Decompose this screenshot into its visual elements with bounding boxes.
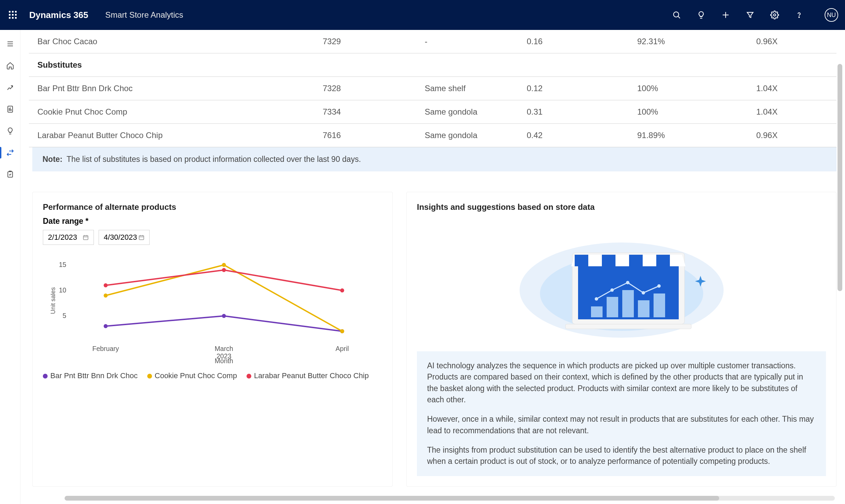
svg-text:April: April: [336, 345, 349, 352]
cell-name: Larabar Peanut Butter Choco Chip: [29, 124, 318, 147]
nav-insights[interactable]: [4, 125, 16, 137]
substitutes-table: Bar Choc Cacao 7329 - 0.16 92.31% 0.96X …: [29, 30, 836, 147]
svg-text:Month: Month: [215, 357, 233, 365]
left-nav-rail: [0, 30, 20, 504]
section-label: Substitutes: [29, 53, 836, 77]
global-header: Dynamics 365 Smart Store Analytics NU: [0, 0, 845, 30]
svg-point-55: [610, 288, 614, 292]
line-chart[interactable]: 51015Unit salesFebruaryMarchApril2023Mon…: [49, 253, 382, 365]
cell-val: 0.42: [522, 124, 632, 147]
nav-tasks[interactable]: [4, 169, 16, 180]
cell-id: 7334: [318, 100, 420, 124]
cell-loc: Same gondola: [420, 124, 522, 147]
chart-legend: Bar Pnt Bttr Bnn Drk Choc Cookie Pnut Ch…: [43, 371, 382, 380]
lightbulb-icon[interactable]: [696, 10, 706, 20]
app-launcher-button[interactable]: [7, 9, 19, 21]
svg-rect-14: [83, 236, 88, 240]
nav-analytics[interactable]: [4, 82, 16, 93]
insights-p1: AI technology analyzes the sequence in w…: [427, 360, 816, 405]
note-label: Note:: [43, 155, 63, 164]
insights-p2: However, once in a while, similar contex…: [427, 414, 816, 436]
date-end-input[interactable]: 4/30/2023: [99, 230, 150, 245]
page-name: Smart Store Analytics: [105, 10, 183, 20]
insights-text: AI technology analyzes the sequence in w…: [417, 351, 826, 476]
table-row[interactable]: Cookie Pnut Choc Comp 7334 Same gondola …: [29, 100, 836, 124]
svg-text:Unit sales: Unit sales: [50, 287, 56, 314]
svg-point-56: [626, 281, 629, 284]
svg-rect-49: [591, 306, 603, 317]
waffle-icon: [9, 11, 17, 19]
search-icon[interactable]: [672, 10, 682, 20]
nav-substitution[interactable]: [4, 147, 16, 158]
svg-point-57: [642, 291, 645, 295]
cell-pct: 92.31%: [632, 30, 751, 53]
svg-text:March: March: [215, 345, 233, 352]
cell-id: 7328: [318, 77, 420, 100]
svg-point-32: [222, 314, 226, 318]
date-range-inputs: 2/1/2023 4/30/2023: [43, 230, 382, 245]
cell-loc: Same gondola: [420, 100, 522, 124]
table-row[interactable]: Larabar Peanut Butter Choco Chip 7616 Sa…: [29, 124, 836, 147]
vertical-scrollbar[interactable]: [838, 64, 842, 477]
user-avatar[interactable]: NU: [825, 8, 838, 22]
horizontal-scrollbar[interactable]: [65, 496, 835, 501]
insights-title: Insights and suggestions based on store …: [417, 202, 826, 212]
chart-title: Performance of alternate products: [43, 202, 382, 212]
svg-point-4: [774, 14, 776, 16]
settings-icon[interactable]: [770, 10, 780, 20]
nav-home[interactable]: [4, 60, 16, 71]
cell-val: 0.31: [522, 100, 632, 124]
insights-illustration: [417, 222, 826, 338]
svg-point-5: [799, 17, 799, 17]
table-row[interactable]: Bar Pnt Bttr Bnn Drk Choc 7328 Same shel…: [29, 77, 836, 100]
svg-point-54: [595, 297, 598, 301]
svg-point-37: [104, 283, 108, 287]
main-content: Bar Choc Cacao 7329 - 0.16 92.31% 0.96X …: [20, 30, 845, 504]
help-icon[interactable]: [794, 10, 804, 20]
svg-rect-50: [607, 297, 618, 317]
cell-loc: -: [420, 30, 522, 53]
date-range-label: Date range *: [43, 217, 382, 226]
table-row[interactable]: Bar Choc Cacao 7329 - 0.16 92.31% 0.96X: [29, 30, 836, 53]
performance-chart-card: Performance of alternate products Date r…: [32, 192, 393, 487]
legend-item: Bar Pnt Bttr Bnn Drk Choc: [43, 371, 138, 380]
svg-point-58: [657, 284, 661, 288]
add-icon[interactable]: [721, 10, 731, 20]
insights-p3: The insights from product substitution c…: [427, 444, 816, 467]
svg-rect-53: [654, 293, 665, 317]
svg-point-36: [340, 329, 344, 333]
nav-reports[interactable]: [4, 103, 16, 115]
svg-point-39: [340, 288, 344, 292]
cell-mult: 1.04X: [751, 77, 836, 100]
svg-text:5: 5: [63, 312, 66, 319]
date-start-value: 2/1/2023: [48, 233, 77, 242]
svg-rect-46: [602, 255, 615, 266]
svg-point-31: [104, 324, 108, 328]
cell-mult: 0.96X: [751, 124, 836, 147]
table-section-header: Substitutes: [29, 53, 836, 77]
cell-val: 0.16: [522, 30, 632, 53]
svg-rect-47: [629, 255, 643, 266]
svg-point-0: [674, 12, 679, 17]
svg-rect-52: [638, 300, 649, 317]
avatar-initials: NU: [827, 12, 836, 19]
cell-pct: 100%: [632, 77, 751, 100]
svg-point-35: [222, 263, 226, 267]
svg-text:15: 15: [59, 261, 66, 268]
date-start-input[interactable]: 2/1/2023: [43, 230, 94, 245]
brand-label: Dynamics 365: [29, 10, 88, 20]
cell-pct: 100%: [632, 100, 751, 124]
svg-point-34: [104, 293, 108, 298]
calendar-icon: [138, 234, 145, 240]
cell-id: 7616: [318, 124, 420, 147]
cell-mult: 1.04X: [751, 100, 836, 124]
cell-loc: Same shelf: [420, 77, 522, 100]
calendar-icon: [83, 234, 89, 240]
cell-val: 0.12: [522, 77, 632, 100]
header-actions: NU: [672, 8, 838, 22]
filter-icon[interactable]: [745, 10, 755, 20]
menu-toggle-button[interactable]: [4, 38, 16, 50]
lower-section: Performance of alternate products Date r…: [32, 192, 836, 487]
cell-name: Bar Pnt Bttr Bnn Drk Choc: [29, 77, 318, 100]
note-text: The list of substitutes is based on prod…: [67, 155, 361, 164]
